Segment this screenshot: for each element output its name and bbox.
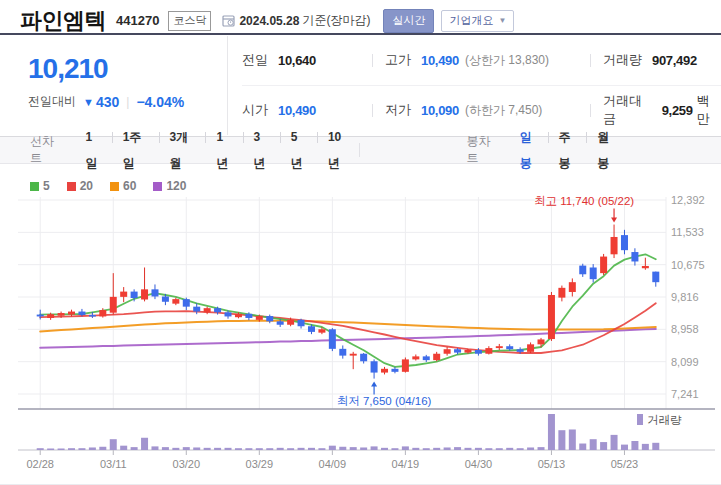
candle-body: [151, 289, 158, 296]
volume-bar: [621, 445, 628, 450]
candle-body: [496, 346, 503, 348]
stock-chart-page: 파인엠텍 441270 코스닥 2024.05.28 기준(장마감) 실시간 기…: [0, 0, 721, 485]
price-volume-chart: 12,39211,53310,6759,8168,9588,0997,24102…: [0, 170, 721, 485]
volume-bar: [131, 447, 138, 450]
candle-body: [235, 314, 242, 317]
candle-body: [590, 267, 597, 279]
price-change-row: 전일대비 ▼ 430 | −4.04%: [28, 93, 227, 110]
candle-body: [402, 359, 409, 371]
tab-period-3개월[interactable]: 3개월: [159, 124, 206, 176]
volume-bar: [235, 448, 242, 450]
x-axis-label: 05/13: [538, 458, 566, 470]
candle-body: [162, 296, 169, 301]
candle-body: [652, 272, 659, 283]
volume-bar: [277, 448, 284, 450]
volume-bar: [266, 448, 273, 450]
volume-bar: [298, 448, 305, 450]
change-value: ▼ 430: [83, 94, 119, 110]
tab-candle-주봉[interactable]: 주봉: [548, 124, 587, 176]
candle-body: [225, 312, 232, 316]
candle-body: [423, 356, 430, 360]
reference-date: 2024.05.28: [239, 14, 299, 28]
price-summary-panel: 10,210 전일대비 ▼ 430 | −4.04% 전일 10,640 고가: [0, 36, 721, 135]
volume-bar: [611, 435, 618, 450]
change-percent: −4.04%: [136, 94, 184, 110]
x-axis-label: 03/20: [173, 458, 201, 470]
high-value: 10,490: [421, 53, 459, 68]
tab-period-10년[interactable]: 10년: [317, 124, 360, 176]
x-axis-label: 05/23: [611, 458, 639, 470]
market-badge: 코스닥: [168, 11, 211, 31]
volume-bar: [47, 449, 54, 451]
volume-label: 거래량: [603, 51, 642, 69]
down-arrow-icon: ▼: [83, 96, 94, 108]
volume-bar: [454, 447, 461, 450]
volume-bar: [110, 439, 117, 450]
candle-body: [204, 308, 211, 312]
volume-bar: [590, 439, 597, 450]
volume-cell: 거래량 907,492: [590, 36, 721, 85]
tab-candle-월봉[interactable]: 월봉: [586, 124, 625, 176]
candle-body: [485, 348, 492, 354]
volume-bar: [329, 446, 336, 450]
candle-body: [131, 292, 138, 298]
x-axis-label: 04/19: [392, 458, 420, 470]
volume-bar: [652, 443, 659, 450]
volume-bar: [37, 448, 44, 450]
candle-body: [611, 237, 618, 254]
candle-body: [318, 329, 325, 332]
volume-value: 907,492: [652, 53, 697, 68]
volume-bar: [402, 446, 409, 450]
y-axis-label: 8,958: [671, 323, 699, 335]
volume-bar: [569, 429, 576, 450]
candle-body: [58, 313, 65, 316]
change-amount: 430: [96, 94, 119, 110]
tab-candle-일봉[interactable]: 일봉: [509, 124, 548, 176]
tab-period-5년[interactable]: 5년: [280, 124, 317, 176]
info-row-1: 전일 10,640 고가 10,490 (상한가 13,830) 거래량 907…: [242, 36, 721, 86]
company-overview-label: 기업개요: [449, 13, 493, 28]
volume-bar: [78, 448, 85, 450]
candle-body: [266, 316, 273, 321]
tab-period-1년[interactable]: 1년: [205, 124, 242, 176]
candle-body: [110, 297, 117, 313]
volume-legend-label: 거래량: [647, 414, 682, 426]
volume-bar: [538, 447, 545, 450]
company-overview-button[interactable]: 기업개요 ▼: [441, 10, 514, 32]
volume-bar: [558, 430, 565, 450]
volume-bar: [631, 441, 638, 450]
volume-bar: [225, 448, 232, 450]
header: 파인엠텍 441270 코스닥 2024.05.28 기준(장마감) 실시간 기…: [0, 0, 721, 34]
calendar-clock-icon: [222, 14, 235, 27]
volume-bar: [245, 448, 252, 450]
candle-body: [99, 310, 106, 316]
current-price-block: 10,210 전일대비 ▼ 430 | −4.04%: [0, 36, 228, 135]
volume-bar: [89, 447, 96, 450]
volume-bar: [287, 448, 294, 450]
candle-body: [172, 299, 179, 304]
candle-body: [371, 361, 378, 372]
prev-close-cell: 전일 10,640: [242, 36, 372, 85]
candle-body: [78, 312, 85, 315]
candle-body: [433, 354, 440, 360]
volume-bar: [58, 449, 65, 451]
candle-body: [245, 314, 252, 318]
candle-body: [558, 288, 565, 298]
upper-limit-note: (상한가 13,830): [465, 52, 549, 69]
open-value: 10,490: [278, 103, 316, 118]
y-axis-label: 10,675: [671, 259, 705, 271]
candle-body: [89, 315, 96, 317]
realtime-button[interactable]: 실시간: [383, 9, 434, 33]
candle-body: [381, 369, 388, 373]
volume-bar: [433, 448, 440, 450]
chart-toolbar: 선차트 1일1주일3개월1년3년5년10년 봉차트 일봉주봉월봉: [0, 136, 721, 164]
high-annotation: 최고 11,740 (05/22): [534, 195, 634, 207]
tab-period-1주일[interactable]: 1주일: [112, 124, 159, 176]
tab-period-1일[interactable]: 1일: [75, 124, 112, 176]
volume-bar: [600, 442, 607, 450]
volume-bar: [381, 448, 388, 450]
tab-period-3년[interactable]: 3년: [243, 124, 280, 176]
candle-body: [621, 235, 628, 250]
header-divider: [0, 33, 721, 35]
volume-bar: [204, 448, 211, 450]
